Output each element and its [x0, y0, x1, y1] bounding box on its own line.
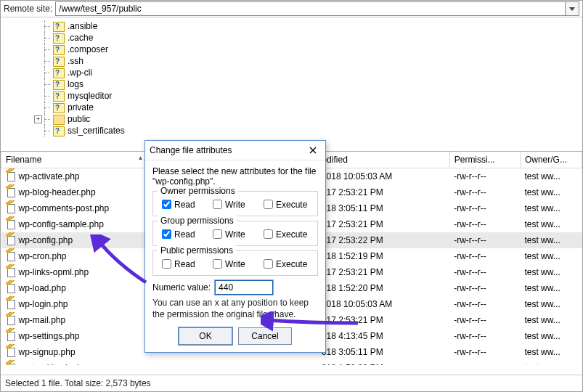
owner-label: test ww...: [520, 200, 582, 216]
modified-label: 2018 10:05:03 AM: [317, 296, 449, 312]
group-execute-checkbox[interactable]: Execute: [261, 227, 311, 241]
filename-label: wp-trackback.php: [19, 363, 87, 365]
owner-read-checkbox[interactable]: Read: [159, 197, 210, 211]
filename-label: wp-links-opml.php: [19, 267, 89, 277]
tree-item[interactable]: mysqleditor: [1, 90, 582, 102]
numeric-value-row: Numeric value:: [152, 280, 318, 295]
dialog-title: Change file attributes: [150, 145, 305, 155]
numeric-value-label: Numeric value:: [152, 282, 211, 293]
filename-label: wp-login.php: [19, 299, 68, 309]
tree-item-label: logs: [68, 79, 83, 89]
numeric-value-input[interactable]: [215, 280, 273, 295]
owner-label: test ww...: [520, 216, 582, 232]
modified-label: 018 3:05:11 PM: [317, 200, 449, 216]
filename-label: wp-settings.php: [19, 331, 80, 341]
tree-item[interactable]: .wp-cli: [1, 67, 582, 78]
dialog-titlebar[interactable]: Change file attributes: [145, 141, 325, 160]
modified-label: 018 1:52:19 PM: [317, 248, 449, 264]
tree-item-label: public: [68, 114, 90, 124]
permissions-label: -rw-r--r--: [449, 168, 520, 185]
public-read-checkbox[interactable]: Read: [159, 257, 210, 271]
public-execute-checkbox[interactable]: Execute: [261, 257, 311, 271]
col-modified[interactable]: odified: [317, 152, 449, 168]
owner-label: test ww...: [520, 248, 582, 264]
modified-label: 2018 10:05:03 AM: [317, 168, 449, 185]
tree-item[interactable]: .cache: [1, 32, 582, 44]
remote-site-path[interactable]: /www/test_957/public: [55, 1, 566, 16]
dialog-hint: You can use an x at any position to keep…: [152, 298, 318, 320]
dialog-intro1: Please select the new attributes for the…: [152, 166, 318, 176]
tree-item[interactable]: .ansible: [1, 20, 582, 32]
modified-label: 017 2:53:21 PM: [317, 264, 449, 280]
expander-icon[interactable]: +: [34, 115, 42, 123]
filename-label: wp-load.php: [19, 283, 66, 293]
filename-label: wp-signup.php: [19, 347, 76, 357]
directory-tree[interactable]: .ansible.cache.composer.ssh.wp-clilogsmy…: [1, 17, 582, 152]
tree-item[interactable]: +public: [1, 113, 582, 125]
file-icon: [6, 171, 16, 181]
tree-item[interactable]: logs: [1, 78, 582, 90]
cancel-button[interactable]: Cancel: [238, 327, 292, 345]
tree-item-label: .ssh: [68, 56, 83, 66]
folder-unknown-icon: [53, 80, 65, 90]
modified-label: 018 4:13:45 PM: [317, 328, 449, 344]
tree-item[interactable]: .composer: [1, 44, 582, 55]
folder-unknown-icon: [53, 68, 65, 78]
col-owner[interactable]: Owner/G...: [520, 152, 582, 168]
file-icon: [6, 187, 16, 197]
owner-label: test ww...: [520, 328, 582, 344]
folder-unknown-icon: [53, 103, 65, 113]
permissions-label: -rw-r--r--: [449, 264, 520, 280]
permissions-label: -rw-r--r--: [449, 232, 520, 248]
modified-label: 017 2:53:21 PM: [317, 184, 449, 200]
file-icon: [6, 363, 16, 365]
owner-label: test ww...: [520, 168, 582, 185]
tree-item-label: .cache: [68, 33, 93, 43]
group-write-checkbox[interactable]: Write: [210, 227, 261, 241]
ok-button[interactable]: OK: [179, 327, 232, 345]
remote-site-dropdown[interactable]: [566, 1, 579, 16]
owner-label: test ww...: [520, 360, 582, 365]
modified-label: 018 1:52:20 PM: [317, 280, 449, 296]
owner-label: test ww...: [520, 184, 582, 200]
owner-permissions-group: Owner permissions Read Write Execute: [152, 191, 318, 216]
public-permissions-group: Public permissions Read Write Execute: [152, 250, 318, 276]
owner-label: test ww...: [520, 296, 582, 312]
modified-label: 017 2:53:22 PM: [317, 232, 449, 248]
permissions-label: -rw-r--r--: [449, 248, 520, 264]
folder-unknown-icon: [53, 33, 65, 44]
remote-site-row: Remote site: /www/test_957/public: [1, 1, 582, 17]
modified-label: 017 2:53:21 PM: [317, 312, 449, 328]
file-icon: [6, 315, 16, 325]
status-bar: Selected 1 file. Total size: 2,573 bytes: [1, 375, 582, 391]
col-filename[interactable]: Filename▲: [1, 152, 149, 168]
tree-item[interactable]: .ssh: [1, 55, 582, 67]
table-row[interactable]: wp-trackback.php018 1:52:20 PM-rw-r--r--…: [1, 360, 582, 365]
modified-label: 018 1:52:20 PM: [317, 360, 449, 365]
close-button[interactable]: [305, 143, 321, 158]
file-icon: [6, 299, 16, 309]
file-icon: [6, 347, 16, 357]
change-attributes-dialog: Change file attributes Please select the…: [144, 140, 326, 353]
tree-item-label: mysqleditor: [68, 91, 112, 101]
tree-item[interactable]: private: [1, 102, 582, 113]
group-group-title: Group permissions: [158, 216, 237, 226]
owner-execute-checkbox[interactable]: Execute: [261, 197, 311, 211]
owner-label: test ww...: [520, 264, 582, 280]
filename-label: wp-comments-post.php: [19, 203, 110, 213]
filename-label: wp-config-sample.php: [19, 219, 104, 229]
group-read-checkbox[interactable]: Read: [159, 227, 210, 241]
filename-label: wp-mail.php: [19, 315, 66, 325]
filename-label: wp-cron.php: [19, 251, 67, 261]
permissions-label: -rw-r--r--: [449, 184, 520, 200]
owner-write-checkbox[interactable]: Write: [210, 197, 261, 211]
tree-item-label: .composer: [68, 44, 108, 54]
public-write-checkbox[interactable]: Write: [210, 257, 261, 271]
col-permissions[interactable]: Permissi...: [449, 152, 520, 168]
tree-item[interactable]: ssl_certificates: [1, 125, 582, 136]
tree-item-label: .ansible: [68, 21, 97, 31]
folder-icon: [53, 115, 65, 125]
owner-group-title: Owner permissions: [158, 186, 238, 196]
file-icon: [6, 219, 16, 229]
owner-label: test ww...: [520, 344, 582, 360]
